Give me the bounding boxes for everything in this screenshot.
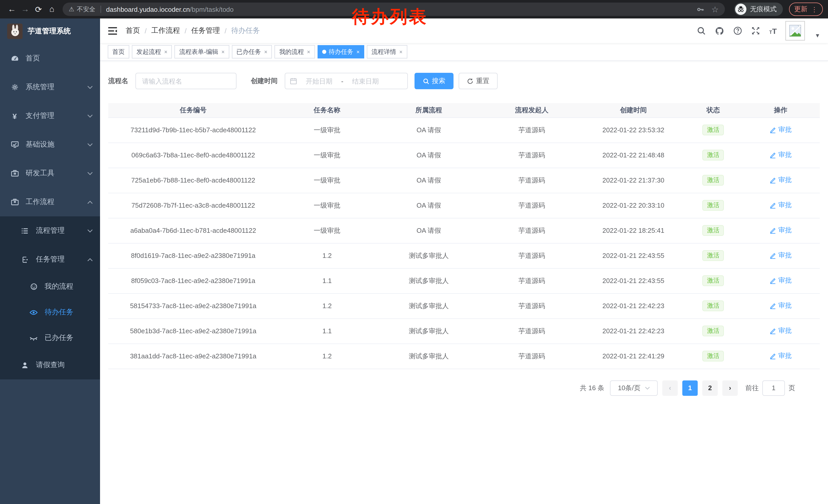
approve-button[interactable]: 审批 [770,251,792,260]
password-key-icon[interactable] [696,5,704,13]
app-frame: 芋道管理系统 首页 [0,18,828,504]
tab-my-process[interactable]: 我的流程× [275,45,315,58]
goto-page-input[interactable] [762,380,785,396]
breadcrumb-separator: / [225,27,227,35]
tab-start-process[interactable]: 发起流程× [132,45,172,58]
close-icon[interactable]: × [164,49,167,55]
refresh-icon [467,78,473,84]
search-icon[interactable] [697,26,706,35]
avatar[interactable] [785,21,805,41]
next-page-button[interactable]: › [722,380,738,396]
browser-menu-icon[interactable]: ⋮ [811,5,818,13]
browser-reload-button[interactable]: ⟳ [32,3,45,16]
sidebar-collapse-icon[interactable] [108,27,118,35]
prev-page-button[interactable]: ‹ [662,380,678,396]
breadcrumb-separator: / [185,27,187,35]
approve-button[interactable]: 审批 [770,150,792,160]
close-icon[interactable]: × [307,49,310,55]
table-row: 8f059c03-7ac8-11ec-a9e2-a2380e71991a 1.1… [108,268,820,293]
eye-icon [29,308,38,317]
sidebar-item-done-tasks[interactable]: 已办任务 [0,325,100,351]
approve-button[interactable]: 审批 [770,301,792,311]
calendar-icon [290,78,297,85]
status-badge: 激活 [702,250,724,261]
list-icon [20,227,29,235]
page-2-button[interactable]: 2 [702,380,718,396]
cell-task-id: 8f0d1619-7ac8-11ec-a9e2-a2380e71991a [108,243,278,268]
reset-button[interactable]: 重置 [459,73,498,89]
start-date-input[interactable] [299,77,339,85]
approve-button[interactable]: 审批 [770,226,792,235]
tab-home[interactable]: 首页 [108,45,129,58]
user-icon [20,361,29,369]
tab-form-edit[interactable]: 流程表单-编辑× [175,45,229,58]
sidebar-item-leave-query[interactable]: 请假查询 [0,351,100,379]
approve-button[interactable]: 审批 [770,176,792,185]
sidebar-item-label: 流程管理 [36,226,65,235]
table-row: 73211d9d-7b9b-11ec-b5b7-acde48001122 一级审… [108,118,820,142]
top-navbar: 首页 / 工作流程 / 任务管理 / 待办任务 [100,18,828,43]
sidebar-item-system[interactable]: 系统管理 [0,73,100,101]
approve-label: 审批 [778,176,792,185]
process-name-label: 流程名 [108,77,128,86]
approve-button[interactable]: 审批 [770,352,792,361]
approve-label: 审批 [778,301,792,311]
page-size-select[interactable]: 10条/页 [610,380,658,396]
cell-process: 测试多审批人 [376,343,482,369]
browser-back-button[interactable]: ← [5,3,18,16]
browser-chrome: ← → ⟳ ⌂ ⚠ 不安全 dashboard.yudao.iocoder.cn… [0,0,828,18]
tab-process-detail[interactable]: 流程详情× [367,45,407,58]
close-icon[interactable]: × [357,49,360,55]
browser-update-button[interactable]: 更新 ⋮ [789,3,823,16]
sidebar-item-devtools[interactable]: 研发工具 [0,159,100,188]
cell-task-id: 069c6a63-7b8a-11ec-8ef0-acde48001122 [108,142,278,168]
page-1-button[interactable]: 1 [682,380,698,396]
cell-process: OA 请假 [376,142,482,168]
sidebar-item-workflow[interactable]: 工作流程 [0,188,100,216]
avatar-dropdown-caret-icon[interactable]: ▼ [815,32,820,41]
status-badge: 激活 [702,175,724,186]
reset-button-label: 重置 [476,77,489,86]
help-icon[interactable] [733,26,743,35]
sidebar-item-todo-tasks[interactable]: 待办任务 [0,300,100,325]
incognito-icon [735,4,746,15]
cell-task-name: 1.1 [278,318,376,343]
sidebar-item-home[interactable]: 首页 [0,44,100,73]
incognito-badge: 无痕模式 [734,3,783,16]
date-range-picker[interactable]: - [285,73,408,89]
sidebar-item-infra[interactable]: 基础设施 [0,130,100,159]
sidebar-item-payment[interactable]: ¥ 支付管理 [0,101,100,130]
fullscreen-icon[interactable] [751,26,760,35]
tab-todo-tasks[interactable]: 待办任务× [318,45,365,58]
approve-button[interactable]: 审批 [770,276,792,285]
tab-label: 首页 [112,47,125,56]
breadcrumb-task-mgmt[interactable]: 任务管理 [191,26,220,35]
security-warning-icon: ⚠ [69,6,74,13]
browser-forward-button[interactable]: → [18,3,32,16]
breadcrumb-workflow[interactable]: 工作流程 [151,26,180,35]
sidebar-item-process-mgmt[interactable]: 流程管理 [0,216,100,245]
chevron-down-icon [87,114,93,118]
search-button[interactable]: 搜索 [415,73,454,89]
breadcrumb-home[interactable]: 首页 [126,26,140,35]
browser-home-button[interactable]: ⌂ [45,3,58,16]
approve-label: 审批 [778,352,792,361]
bookmark-star-icon[interactable]: ☆ [711,4,719,14]
sidebar-item-task-mgmt[interactable]: 任务管理 [0,245,100,274]
close-icon[interactable]: × [264,49,267,55]
approve-button[interactable]: 审批 [770,125,792,135]
close-icon[interactable]: × [399,49,403,55]
github-icon[interactable] [715,26,724,36]
breadcrumb-current: 待办任务 [231,26,260,35]
sidebar-logo-row[interactable]: 芋道管理系统 [0,18,100,44]
approve-button[interactable]: 审批 [770,326,792,335]
filter-bar: 流程名 创建时间 - [108,73,820,89]
close-icon[interactable]: × [221,49,225,55]
tab-done-tasks[interactable]: 已办任务× [232,45,272,58]
process-name-input[interactable] [135,73,237,89]
address-bar[interactable]: ⚠ 不安全 dashboard.yudao.iocoder.cn/bpm/tas… [63,3,725,16]
font-size-icon[interactable]: TT [769,27,777,35]
approve-button[interactable]: 审批 [770,201,792,210]
end-date-input[interactable] [345,77,385,85]
sidebar-item-my-process[interactable]: 我的流程 [0,274,100,300]
